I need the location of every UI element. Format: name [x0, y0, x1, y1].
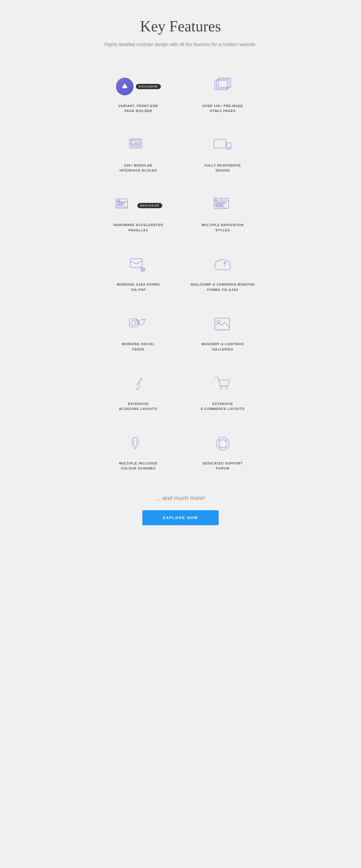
svg-point-13 [228, 148, 229, 149]
svg-rect-10 [214, 139, 226, 148]
svg-rect-22 [215, 199, 217, 200]
svg-rect-25 [216, 203, 226, 204]
feature-icon-area-ecommerce [213, 373, 233, 396]
feature-html5-pages: OVER 140+ PRE-MADEHTML5 PAGES [180, 66, 265, 125]
feature-navigation: MULTIPLE NAVIGATIONSTYLES [180, 185, 265, 245]
feature-label-ecommerce: EXTENSIVEE-COMMERCE LAYOUTS [201, 401, 245, 412]
feature-label-ajax: WORKING AJAX FORMSVIA PHP [117, 282, 160, 292]
feature-label-navigation: MULTIPLE NAVIGATIONSTYLES [202, 223, 244, 233]
forms-icon [128, 256, 148, 275]
feature-icon-area: EXCLUSIVE [116, 75, 161, 98]
feature-ajax-forms: WORKING AJAX FORMSVIA PHP [96, 245, 181, 304]
feature-responsive: FULLY RESPONSIVEDESIGN [180, 125, 265, 185]
svg-point-43 [225, 386, 228, 389]
feature-label-parallax: HARDWARE ACCELERATEDPARALLAX [113, 223, 163, 233]
feature-label-social: WORKING SOCIALFEEDS [122, 342, 155, 352]
feature-icon-area-html5 [213, 75, 233, 98]
features-grid: EXCLUSIVE VARIANT, FRONT-ENDPAGE BUILDER… [96, 66, 265, 483]
feature-label-html5: OVER 140+ PRE-MADEHTML5 PAGES [202, 103, 243, 114]
parallax-icon [114, 196, 135, 215]
page-subtitle: Highly detailed modular design with all … [96, 41, 265, 49]
feature-social-feeds: WORKING SOCIALFEEDS [96, 304, 181, 364]
feature-support: DEDICATED SUPPORTFORUM [180, 424, 265, 483]
feature-mailchimp: MAILCHIMP & CAMPAIGN MONITORFORMS VIA AJ… [180, 245, 265, 304]
exclusive-badge-parallax: EXCLUSIVE [137, 203, 162, 208]
explore-now-button[interactable]: EXPLORE NOW [142, 510, 219, 525]
pages-icon [213, 77, 233, 96]
svg-rect-18 [117, 205, 123, 205]
feature-label-blog: EXTENSIVEBLOGGING LAYOUTS [119, 401, 158, 412]
svg-rect-17 [117, 203, 125, 204]
feature-icon-area-parallax: EXCLUSIVE [114, 194, 162, 217]
svg-line-47 [225, 440, 227, 441]
feature-colour-schemes: MULTIPLE INCLUDEDCOLOUR SCHEMES [96, 424, 181, 483]
svg-rect-33 [130, 319, 138, 327]
feature-icon-area-social [128, 313, 148, 336]
feature-label-support: DEDICATED SUPPORTFORUM [202, 461, 243, 471]
svg-rect-8 [131, 145, 140, 146]
svg-rect-26 [216, 205, 223, 205]
svg-point-34 [131, 320, 136, 325]
blocks-icon [128, 136, 148, 155]
feature-label-blocks: 240+ MODULARINTERFACE BLOCKS [119, 163, 157, 173]
page-wrapper: Key Features Highly detailed modular des… [90, 0, 271, 543]
feature-label-mailchimp: MAILCHIMP & CAMPAIGN MONITORFORMS VIA AJ… [191, 282, 255, 292]
feature-icon-area-blog [128, 373, 148, 396]
feature-variant-page-builder: EXCLUSIVE VARIANT, FRONT-ENDPAGE BUILDER [96, 66, 181, 125]
page-title: Key Features [96, 18, 265, 35]
svg-line-41 [135, 389, 138, 390]
feature-icon-area-colour [128, 432, 148, 456]
feature-parallax: EXCLUSIVE HARDWARE ACCELERATEDPARALLAX [96, 185, 181, 245]
feature-icon-area-mailchimp [213, 253, 233, 277]
svg-rect-16 [117, 200, 120, 201]
svg-rect-19 [116, 206, 128, 209]
feature-label-responsive: FULLY RESPONSIVEDESIGN [204, 163, 241, 173]
feature-label-galleries: MASONRY & LIGHTBOXGALLERIES [201, 342, 244, 352]
feature-blogging: EXTENSIVEBLOGGING LAYOUTS [96, 364, 181, 424]
navigation-icon [213, 196, 233, 215]
feature-icon-area-navigation [213, 194, 233, 217]
feature-galleries: MASONRY & LIGHTBOXGALLERIES [180, 304, 265, 364]
svg-line-39 [138, 379, 140, 390]
colour-icon [128, 434, 148, 453]
svg-rect-7 [137, 141, 140, 144]
svg-point-44 [216, 437, 229, 450]
feature-icon-area-galleries [213, 313, 233, 336]
feature-icon-area-responsive [213, 134, 233, 158]
social-icon [128, 315, 148, 334]
feature-icon-area-ajax [128, 253, 148, 277]
svg-rect-27 [216, 206, 224, 207]
feature-icon-area-support [213, 432, 233, 456]
more-text: ... and much more! [96, 495, 265, 501]
svg-point-42 [220, 386, 222, 389]
svg-rect-36 [215, 318, 229, 330]
mailchimp-icon [213, 256, 233, 275]
svg-line-49 [225, 446, 227, 448]
svg-line-48 [218, 446, 220, 448]
svg-rect-28 [130, 259, 142, 268]
blog-icon [128, 375, 148, 394]
svg-point-35 [136, 319, 138, 320]
gallery-icon [213, 315, 233, 334]
feature-label-colour: MULTIPLE INCLUDEDCOLOUR SCHEMES [119, 461, 158, 471]
feature-modular-blocks: 240+ MODULARINTERFACE BLOCKS [96, 125, 181, 185]
feature-ecommerce: EXTENSIVEE-COMMERCE LAYOUTS [180, 364, 265, 424]
svg-line-46 [218, 440, 220, 441]
exclusive-badge: EXCLUSIVE [136, 84, 161, 89]
ecommerce-icon [213, 375, 233, 394]
support-icon [213, 434, 233, 453]
variant-logo-icon [116, 78, 134, 95]
responsive-icon [213, 136, 233, 155]
feature-icon-area-blocks [128, 134, 148, 158]
feature-label: VARIANT, FRONT-ENDPAGE BUILDER [118, 103, 158, 114]
